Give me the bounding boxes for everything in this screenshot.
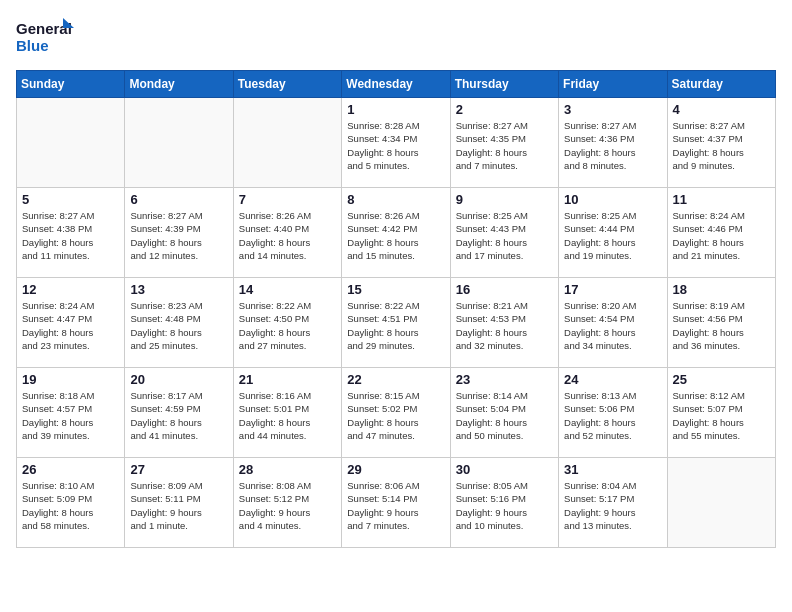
logo: GeneralBlue [16,16,76,60]
calendar-cell [667,458,775,548]
day-info: Sunrise: 8:08 AM Sunset: 5:12 PM Dayligh… [239,479,336,532]
header-monday: Monday [125,71,233,98]
week-row-2: 5Sunrise: 8:27 AM Sunset: 4:38 PM Daylig… [17,188,776,278]
header-tuesday: Tuesday [233,71,341,98]
calendar-cell: 29Sunrise: 8:06 AM Sunset: 5:14 PM Dayli… [342,458,450,548]
header-thursday: Thursday [450,71,558,98]
svg-text:Blue: Blue [16,37,49,54]
day-number: 19 [22,372,119,387]
calendar-cell: 7Sunrise: 8:26 AM Sunset: 4:40 PM Daylig… [233,188,341,278]
day-info: Sunrise: 8:16 AM Sunset: 5:01 PM Dayligh… [239,389,336,442]
day-info: Sunrise: 8:26 AM Sunset: 4:40 PM Dayligh… [239,209,336,262]
day-number: 30 [456,462,553,477]
day-number: 22 [347,372,444,387]
day-info: Sunrise: 8:24 AM Sunset: 4:46 PM Dayligh… [673,209,770,262]
week-row-1: 1Sunrise: 8:28 AM Sunset: 4:34 PM Daylig… [17,98,776,188]
day-number: 15 [347,282,444,297]
day-info: Sunrise: 8:25 AM Sunset: 4:44 PM Dayligh… [564,209,661,262]
calendar-cell: 8Sunrise: 8:26 AM Sunset: 4:42 PM Daylig… [342,188,450,278]
calendar: SundayMondayTuesdayWednesdayThursdayFrid… [16,70,776,548]
day-number: 5 [22,192,119,207]
day-number: 1 [347,102,444,117]
day-number: 21 [239,372,336,387]
day-info: Sunrise: 8:22 AM Sunset: 4:51 PM Dayligh… [347,299,444,352]
day-number: 2 [456,102,553,117]
calendar-cell: 15Sunrise: 8:22 AM Sunset: 4:51 PM Dayli… [342,278,450,368]
day-number: 29 [347,462,444,477]
day-number: 6 [130,192,227,207]
page-header: GeneralBlue [16,16,776,60]
day-number: 31 [564,462,661,477]
day-info: Sunrise: 8:19 AM Sunset: 4:56 PM Dayligh… [673,299,770,352]
day-info: Sunrise: 8:23 AM Sunset: 4:48 PM Dayligh… [130,299,227,352]
day-info: Sunrise: 8:27 AM Sunset: 4:37 PM Dayligh… [673,119,770,172]
calendar-cell: 21Sunrise: 8:16 AM Sunset: 5:01 PM Dayli… [233,368,341,458]
day-info: Sunrise: 8:20 AM Sunset: 4:54 PM Dayligh… [564,299,661,352]
day-info: Sunrise: 8:14 AM Sunset: 5:04 PM Dayligh… [456,389,553,442]
calendar-cell: 18Sunrise: 8:19 AM Sunset: 4:56 PM Dayli… [667,278,775,368]
day-info: Sunrise: 8:27 AM Sunset: 4:36 PM Dayligh… [564,119,661,172]
day-number: 14 [239,282,336,297]
week-row-4: 19Sunrise: 8:18 AM Sunset: 4:57 PM Dayli… [17,368,776,458]
day-info: Sunrise: 8:27 AM Sunset: 4:35 PM Dayligh… [456,119,553,172]
day-number: 10 [564,192,661,207]
day-number: 4 [673,102,770,117]
calendar-cell: 28Sunrise: 8:08 AM Sunset: 5:12 PM Dayli… [233,458,341,548]
calendar-cell [233,98,341,188]
calendar-cell: 9Sunrise: 8:25 AM Sunset: 4:43 PM Daylig… [450,188,558,278]
calendar-cell: 17Sunrise: 8:20 AM Sunset: 4:54 PM Dayli… [559,278,667,368]
day-number: 3 [564,102,661,117]
day-info: Sunrise: 8:15 AM Sunset: 5:02 PM Dayligh… [347,389,444,442]
calendar-cell: 20Sunrise: 8:17 AM Sunset: 4:59 PM Dayli… [125,368,233,458]
day-number: 17 [564,282,661,297]
calendar-cell: 16Sunrise: 8:21 AM Sunset: 4:53 PM Dayli… [450,278,558,368]
calendar-cell: 3Sunrise: 8:27 AM Sunset: 4:36 PM Daylig… [559,98,667,188]
day-number: 28 [239,462,336,477]
day-number: 20 [130,372,227,387]
calendar-cell: 4Sunrise: 8:27 AM Sunset: 4:37 PM Daylig… [667,98,775,188]
day-info: Sunrise: 8:05 AM Sunset: 5:16 PM Dayligh… [456,479,553,532]
calendar-cell: 12Sunrise: 8:24 AM Sunset: 4:47 PM Dayli… [17,278,125,368]
day-number: 18 [673,282,770,297]
day-number: 9 [456,192,553,207]
day-number: 11 [673,192,770,207]
header-wednesday: Wednesday [342,71,450,98]
day-info: Sunrise: 8:10 AM Sunset: 5:09 PM Dayligh… [22,479,119,532]
calendar-cell: 22Sunrise: 8:15 AM Sunset: 5:02 PM Dayli… [342,368,450,458]
day-info: Sunrise: 8:21 AM Sunset: 4:53 PM Dayligh… [456,299,553,352]
day-info: Sunrise: 8:09 AM Sunset: 5:11 PM Dayligh… [130,479,227,532]
day-info: Sunrise: 8:28 AM Sunset: 4:34 PM Dayligh… [347,119,444,172]
header-row: SundayMondayTuesdayWednesdayThursdayFrid… [17,71,776,98]
day-info: Sunrise: 8:04 AM Sunset: 5:17 PM Dayligh… [564,479,661,532]
calendar-cell [125,98,233,188]
calendar-cell: 23Sunrise: 8:14 AM Sunset: 5:04 PM Dayli… [450,368,558,458]
day-info: Sunrise: 8:26 AM Sunset: 4:42 PM Dayligh… [347,209,444,262]
calendar-cell: 25Sunrise: 8:12 AM Sunset: 5:07 PM Dayli… [667,368,775,458]
calendar-cell: 6Sunrise: 8:27 AM Sunset: 4:39 PM Daylig… [125,188,233,278]
day-number: 12 [22,282,119,297]
day-number: 27 [130,462,227,477]
day-info: Sunrise: 8:13 AM Sunset: 5:06 PM Dayligh… [564,389,661,442]
week-row-3: 12Sunrise: 8:24 AM Sunset: 4:47 PM Dayli… [17,278,776,368]
week-row-5: 26Sunrise: 8:10 AM Sunset: 5:09 PM Dayli… [17,458,776,548]
day-info: Sunrise: 8:27 AM Sunset: 4:39 PM Dayligh… [130,209,227,262]
day-info: Sunrise: 8:18 AM Sunset: 4:57 PM Dayligh… [22,389,119,442]
day-info: Sunrise: 8:24 AM Sunset: 4:47 PM Dayligh… [22,299,119,352]
day-number: 24 [564,372,661,387]
calendar-cell: 27Sunrise: 8:09 AM Sunset: 5:11 PM Dayli… [125,458,233,548]
day-number: 7 [239,192,336,207]
calendar-cell: 19Sunrise: 8:18 AM Sunset: 4:57 PM Dayli… [17,368,125,458]
day-info: Sunrise: 8:27 AM Sunset: 4:38 PM Dayligh… [22,209,119,262]
calendar-cell: 26Sunrise: 8:10 AM Sunset: 5:09 PM Dayli… [17,458,125,548]
calendar-cell: 24Sunrise: 8:13 AM Sunset: 5:06 PM Dayli… [559,368,667,458]
day-info: Sunrise: 8:12 AM Sunset: 5:07 PM Dayligh… [673,389,770,442]
day-number: 13 [130,282,227,297]
calendar-cell: 1Sunrise: 8:28 AM Sunset: 4:34 PM Daylig… [342,98,450,188]
calendar-cell: 5Sunrise: 8:27 AM Sunset: 4:38 PM Daylig… [17,188,125,278]
day-number: 8 [347,192,444,207]
calendar-cell: 10Sunrise: 8:25 AM Sunset: 4:44 PM Dayli… [559,188,667,278]
logo-svg: GeneralBlue [16,16,76,60]
calendar-cell: 14Sunrise: 8:22 AM Sunset: 4:50 PM Dayli… [233,278,341,368]
calendar-cell [17,98,125,188]
day-number: 26 [22,462,119,477]
